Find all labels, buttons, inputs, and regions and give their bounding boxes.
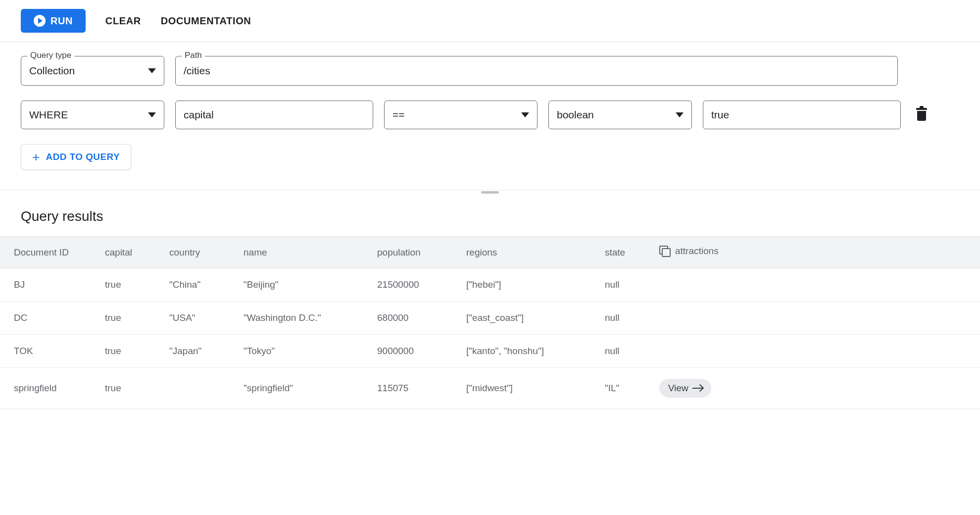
cell-capital: true <box>99 268 163 302</box>
cell-population: 9000000 <box>371 335 460 368</box>
cell-name: "springfield" <box>238 368 371 409</box>
col-header-attractions-label: attractions <box>675 246 719 257</box>
resize-handle[interactable] <box>0 190 980 197</box>
cell-regions: ["hebei"] <box>460 268 599 302</box>
cell-capital: true <box>99 302 163 335</box>
cell-name: "Washington D.C." <box>238 302 371 335</box>
table-row[interactable]: TOKtrue"Japan""Tokyo"9000000["kanto", "h… <box>0 335 980 368</box>
clause-value-input[interactable] <box>711 109 892 121</box>
clause-type-select[interactable]: boolean <box>548 101 692 129</box>
clause-value-input-wrap[interactable] <box>703 101 901 129</box>
table-row[interactable]: springfieldtrue"springfield"115075["midw… <box>0 368 980 409</box>
cell-regions: ["midwest"] <box>460 368 599 409</box>
col-header-document-id[interactable]: Document ID <box>0 237 99 268</box>
cell-document-id: springfield <box>0 368 99 409</box>
query-type-select[interactable]: Query type Collection <box>21 56 164 86</box>
collection-icon <box>659 246 670 257</box>
delete-clause-button[interactable] <box>916 108 928 122</box>
col-header-name[interactable]: name <box>238 237 371 268</box>
cell-document-id: DC <box>0 302 99 335</box>
chevron-down-icon <box>148 112 156 117</box>
chevron-down-icon <box>521 112 529 117</box>
cell-document-id: BJ <box>0 268 99 302</box>
col-header-capital[interactable]: capital <box>99 237 163 268</box>
documentation-link[interactable]: DOCUMENTATION <box>161 15 251 27</box>
clause-keyword-select[interactable]: WHERE <box>21 101 164 129</box>
view-attractions-button[interactable]: View <box>659 379 711 398</box>
clause-field-input-wrap[interactable] <box>175 101 373 129</box>
cell-capital: true <box>99 335 163 368</box>
results-title: Query results <box>0 208 980 236</box>
table-header-row: Document ID capital country name populat… <box>0 237 980 268</box>
query-type-value: Collection <box>29 65 144 77</box>
drag-handle-icon <box>481 191 499 194</box>
run-button-label: RUN <box>50 15 73 27</box>
clause-operator-select[interactable]: == <box>384 101 538 129</box>
cell-attractions <box>653 302 980 335</box>
clause-field-input[interactable] <box>184 109 365 121</box>
results-table: Document ID capital country name populat… <box>0 236 980 409</box>
results-section: Query results Document ID capital countr… <box>0 197 980 409</box>
cell-document-id: TOK <box>0 335 99 368</box>
cell-state: null <box>599 268 653 302</box>
play-icon <box>34 15 46 27</box>
col-header-population[interactable]: population <box>371 237 460 268</box>
plus-icon: + <box>32 151 40 163</box>
cell-regions: ["east_coast"] <box>460 302 599 335</box>
trash-icon <box>916 108 927 110</box>
cell-regions: ["kanto", "honshu"] <box>460 335 599 368</box>
col-header-state[interactable]: state <box>599 237 653 268</box>
run-button[interactable]: RUN <box>21 9 86 33</box>
table-row[interactable]: DCtrue"USA""Washington D.C."680000["east… <box>0 302 980 335</box>
cell-state: null <box>599 302 653 335</box>
query-type-label: Query type <box>27 51 74 60</box>
view-label: View <box>668 383 688 394</box>
table-row[interactable]: BJtrue"China""Beijing"21500000["hebei"]n… <box>0 268 980 302</box>
cell-attractions <box>653 268 980 302</box>
clause-type-value: boolean <box>557 109 672 121</box>
add-to-query-button[interactable]: + ADD TO QUERY <box>21 144 131 170</box>
cell-name: "Beijing" <box>238 268 371 302</box>
arrow-right-icon <box>692 388 702 389</box>
cell-population: 680000 <box>371 302 460 335</box>
cell-state: "IL" <box>599 368 653 409</box>
cell-attractions: View <box>653 368 980 409</box>
cell-attractions <box>653 335 980 368</box>
cell-population: 21500000 <box>371 268 460 302</box>
col-header-attractions[interactable]: attractions <box>653 237 980 268</box>
cell-capital: true <box>99 368 163 409</box>
cell-country: "China" <box>163 268 238 302</box>
clause-keyword-value: WHERE <box>29 109 144 121</box>
add-to-query-label: ADD TO QUERY <box>46 152 120 162</box>
col-header-regions[interactable]: regions <box>460 237 599 268</box>
cell-name: "Tokyo" <box>238 335 371 368</box>
chevron-down-icon <box>148 68 156 73</box>
cell-country <box>163 368 238 409</box>
clause-operator-value: == <box>392 109 517 121</box>
cell-country: "USA" <box>163 302 238 335</box>
toolbar: RUN CLEAR DOCUMENTATION <box>0 0 980 42</box>
path-input-wrap[interactable]: Path <box>175 56 898 86</box>
col-header-country[interactable]: country <box>163 237 238 268</box>
clear-button[interactable]: CLEAR <box>105 15 141 27</box>
cell-country: "Japan" <box>163 335 238 368</box>
path-input[interactable] <box>184 65 889 77</box>
cell-population: 115075 <box>371 368 460 409</box>
path-label: Path <box>182 51 205 60</box>
query-builder: Query type Collection Path WHERE == bool… <box>0 42 980 190</box>
chevron-down-icon <box>676 112 684 117</box>
cell-state: null <box>599 335 653 368</box>
